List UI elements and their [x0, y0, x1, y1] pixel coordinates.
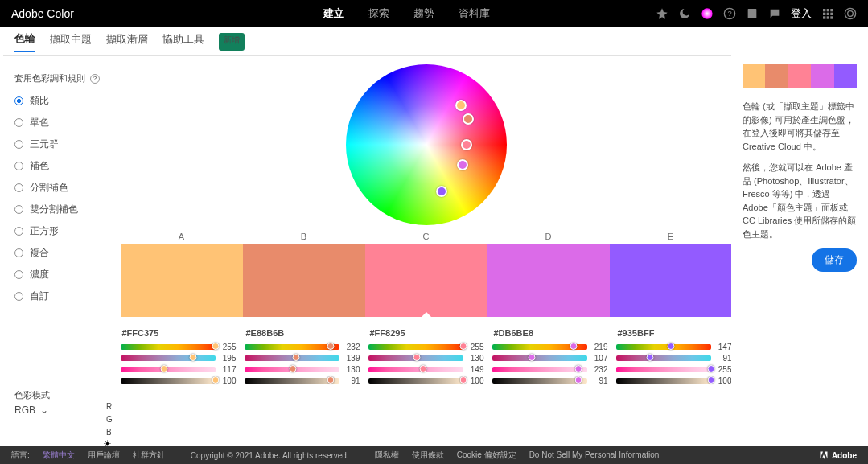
channel-labels: RGB	[106, 402, 113, 437]
topnav-探索[interactable]: 探索	[368, 6, 389, 21]
slider-A-R[interactable]	[121, 344, 216, 350]
value-B-R: 232	[343, 343, 360, 351]
channel-label-B: B	[106, 428, 113, 437]
svg-rect-12	[830, 16, 833, 18]
footer-policy[interactable]: 使用條款	[412, 450, 444, 459]
harmony-自訂[interactable]: 自訂	[14, 289, 121, 303]
slider-B-R[interactable]	[245, 344, 339, 350]
lang-value[interactable]: 繁體中文	[43, 450, 75, 461]
mode-select[interactable]: RGB ⌄	[14, 404, 50, 416]
swatch-row: ABCDE	[121, 232, 731, 317]
svg-point-13	[845, 8, 855, 18]
value-D-R: 219	[590, 343, 608, 351]
color-wheel-icon[interactable]	[701, 7, 714, 20]
wheel-handle-A[interactable]	[455, 100, 467, 111]
slider-C-bright[interactable]	[368, 378, 463, 384]
hex-E[interactable]: #935BFF	[616, 328, 732, 338]
apps-icon[interactable]	[821, 7, 834, 20]
swatch-E[interactable]	[610, 244, 732, 317]
radio-icon	[14, 292, 23, 301]
footer-policy[interactable]: Cookie 偏好設定	[457, 450, 516, 459]
slider-D-R[interactable]	[492, 344, 587, 350]
help-badge-icon[interactable]: ?	[90, 74, 100, 84]
hex-C[interactable]: #FF8295	[368, 328, 484, 338]
moon-icon[interactable]	[678, 7, 691, 20]
radio-icon	[14, 205, 23, 214]
harmony-複合[interactable]: 複合	[14, 246, 121, 260]
help-icon[interactable]: ?	[723, 7, 736, 20]
subnav-色輪[interactable]: 色輪	[14, 31, 35, 52]
slider-A-B[interactable]	[121, 367, 216, 372]
svg-point-14	[848, 11, 854, 17]
harmony-雙分割補色[interactable]: 雙分割補色	[14, 203, 121, 216]
slider-D-bright[interactable]	[492, 378, 587, 384]
hex-A[interactable]: #FFC375	[121, 328, 237, 338]
hex-D[interactable]: #DB6BE8	[492, 328, 608, 338]
book-icon[interactable]	[746, 7, 759, 20]
slider-A-G[interactable]	[121, 355, 216, 361]
swatch-B[interactable]	[243, 244, 365, 317]
harmony-單色[interactable]: 單色	[14, 116, 121, 129]
slider-E-bright[interactable]	[616, 378, 711, 384]
star-icon[interactable]	[656, 7, 668, 20]
footer-policy[interactable]: Do Not Sell My Personal Information	[529, 450, 660, 459]
top-nav: 建立探索趨勢資料庫	[323, 6, 490, 21]
value-E-bright: 100	[714, 376, 732, 385]
slider-C-G[interactable]	[368, 355, 463, 361]
slider-A-bright[interactable]	[121, 378, 216, 384]
slider-C-B[interactable]	[368, 367, 463, 372]
channel-label-R: R	[106, 402, 113, 411]
swatch-D[interactable]	[487, 244, 610, 317]
harmony-三元群[interactable]: 三元群	[14, 138, 121, 151]
subnav-協助工具[interactable]: 協助工具	[162, 32, 204, 51]
harmony-正方形[interactable]: 正方形	[14, 224, 121, 238]
mini-swatch-3	[811, 64, 833, 88]
harmony-類比[interactable]: 類比	[14, 94, 121, 108]
harmony-分割補色[interactable]: 分割補色	[14, 181, 121, 195]
mode-label: 色彩模式	[14, 389, 50, 401]
chat-icon[interactable]	[768, 7, 781, 20]
login-link[interactable]: 登入	[791, 6, 812, 21]
slider-B-bright[interactable]	[245, 378, 339, 384]
wheel-handle-E[interactable]	[436, 186, 447, 197]
color-wheel[interactable]	[346, 64, 507, 225]
slider-B-B[interactable]	[245, 367, 339, 372]
slider-E-B[interactable]	[616, 367, 711, 372]
wheel-handle-C[interactable]	[461, 139, 472, 150]
hex-B[interactable]: #E88B6B	[245, 328, 360, 338]
topnav-建立[interactable]: 建立	[323, 6, 344, 21]
slider-E-R[interactable]	[616, 344, 711, 350]
harmony-補色[interactable]: 補色	[14, 159, 121, 173]
slider-D-G[interactable]	[492, 355, 587, 361]
footer: 語言: 繁體中文 用戶論壇社群方針 Copyright © 2021 Adobe…	[0, 446, 868, 464]
subnav-擷取主題[interactable]: 擷取主題	[50, 32, 92, 51]
wheel-handle-D[interactable]	[457, 159, 468, 170]
harmony-濃度[interactable]: 濃度	[14, 268, 121, 281]
swatch-C[interactable]	[365, 244, 487, 317]
svg-rect-4	[823, 9, 825, 11]
slider-E-G[interactable]	[616, 355, 711, 361]
value-E-B: 255	[714, 365, 732, 374]
topnav-趨勢[interactable]: 趨勢	[413, 6, 434, 21]
mini-swatch-4	[834, 64, 857, 88]
radio-icon	[14, 227, 23, 236]
subnav-擷取漸層[interactable]: 擷取漸層	[106, 32, 148, 51]
harmony-title-text: 套用色彩調和規則	[14, 72, 85, 84]
harmony-title: 套用色彩調和規則 ?	[14, 72, 121, 84]
save-button[interactable]: 儲存	[812, 248, 857, 272]
footer-link[interactable]: 用戶論壇	[88, 450, 120, 459]
adobe-logo[interactable]: Adobe	[819, 450, 857, 460]
topnav-資料庫[interactable]: 資料庫	[459, 6, 490, 21]
slider-D-B[interactable]	[492, 367, 587, 372]
cc-icon[interactable]	[844, 7, 857, 20]
svg-rect-3	[748, 9, 757, 18]
wheel-handle-B[interactable]	[463, 113, 474, 125]
slider-B-G[interactable]	[245, 355, 339, 361]
swatch-A[interactable]	[121, 244, 243, 317]
svg-rect-7	[823, 13, 825, 15]
logo[interactable]: Adobe Color	[11, 7, 74, 20]
footer-link[interactable]: 社群方針	[133, 450, 165, 459]
footer-policy[interactable]: 隱私權	[375, 450, 399, 459]
radio-icon	[14, 162, 23, 170]
slider-C-R[interactable]	[368, 344, 463, 350]
